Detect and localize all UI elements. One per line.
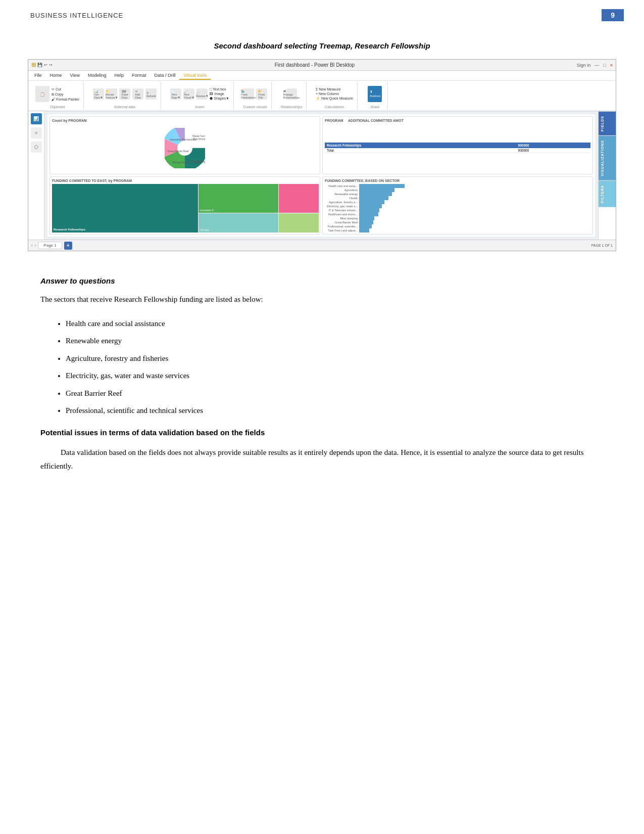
share-label: Share	[370, 105, 380, 109]
table-cell-total-label: Total	[325, 148, 516, 153]
table-chart-title: PROGRAM ADDITIONAL COMMITTED AMOT	[325, 119, 590, 122]
bar-row-7: IT & Telematic infrastr...	[325, 208, 590, 212]
signin-label: Sign in	[577, 63, 591, 68]
enter-data-icon[interactable]: ⌨EnterData	[119, 88, 130, 100]
treemap-label-research: Research Fellowships	[54, 228, 85, 231]
issues-heading: Potential issues in terms of data valida…	[40, 428, 604, 437]
get-data-icon[interactable]: 📊GetData▼	[93, 88, 104, 100]
image-button[interactable]: 🖼 Image	[210, 92, 229, 96]
treemap-cell-extra1	[279, 184, 319, 213]
bar-fill-3	[359, 192, 392, 196]
manage-relationships-icon[interactable]: ⇄ManageRelationships	[286, 88, 297, 100]
bar-label-2: Agriculture	[325, 189, 358, 192]
new-quick-measure-button[interactable]: ⚡ New Quick Measure	[316, 97, 353, 101]
add-page-button[interactable]: +	[64, 242, 72, 250]
minimize-icon[interactable]: —	[595, 63, 599, 68]
pbi-left-panel: 📊 ≡ ⬡	[28, 111, 44, 240]
bar-chart-bars: Health care and socia... Agriculture Ren…	[325, 184, 590, 233]
insert-icons: 📄NewPage▼ 📈NewVisual▼ ⬜Buttons▼ □ Text b…	[170, 83, 229, 105]
new-column-button[interactable]: + New Column	[316, 92, 353, 96]
shapes-button[interactable]: ⬟ Shapes▼	[210, 97, 229, 101]
bullet-list: Health care and social assistance Renewa…	[66, 316, 604, 418]
close-icon[interactable]: ×	[610, 63, 613, 68]
bar-row-2: Agriculture	[325, 188, 590, 192]
cut-button[interactable]: ✂ Cut	[52, 87, 79, 91]
publish-icon[interactable]: ⬆Publish	[368, 86, 382, 102]
right-tab-visualizations[interactable]: VISUALIZATIONS	[599, 135, 616, 180]
chart-table: PROGRAM ADDITIONAL COMMITTED AMOT Resear…	[322, 116, 593, 174]
calculations-label: Calculations	[325, 105, 344, 109]
bar-fill-6	[359, 204, 382, 208]
nav-next-icon[interactable]: ›	[35, 243, 36, 248]
pbi-canvas-area: 📊 ≡ ⬡ Count by PROGRAM	[28, 111, 616, 240]
ribbon-group-share: ⬆Publish Share	[363, 82, 388, 110]
bullet-item-2: Renewable energy	[66, 334, 604, 348]
svg-text:Young Barrier Reef: Young Barrier Reef	[167, 150, 189, 153]
bar-label-1: Health care and socia...	[325, 184, 358, 188]
bar-label-3: Renewable energy	[325, 193, 358, 196]
edit-queries-icon[interactable]: ✏EditData	[132, 88, 143, 100]
external-data-label: External data	[115, 105, 135, 109]
report-view-icon[interactable]: 📊	[31, 113, 42, 124]
tab-view[interactable]: View	[66, 72, 84, 80]
buttons-icon[interactable]: ⬜Buttons▼	[196, 88, 208, 100]
table-header-program: Research Fellowships	[325, 143, 516, 148]
from-file-icon[interactable]: 📂FromFile	[256, 88, 267, 100]
save-icon: 💾	[37, 63, 42, 67]
cut-copy-group: ✂ Cut ⧉ Copy 🖌 Format Painter	[52, 87, 79, 101]
measures-group: Σ New Measure + New Column ⚡ New Quick M…	[316, 87, 353, 101]
new-visual-icon[interactable]: 📈NewVisual▼	[183, 88, 194, 100]
page-header: BUSINESS INTELLIGENCE 9	[0, 0, 644, 26]
refresh-icon[interactable]: ↻Refresh	[145, 88, 157, 100]
right-tab-fields[interactable]: FIELDS	[599, 111, 616, 135]
content-area: Answer to questions The sectors that rec…	[0, 266, 644, 493]
bar-fill-9	[359, 216, 374, 220]
recent-sources-icon[interactable]: 📁RecentSources▼	[106, 88, 117, 100]
pie-chart-svg: Waste Surrender Phd Scholarships Innovat…	[165, 128, 205, 168]
format-painter-button[interactable]: 🖌 Format Painter	[52, 98, 79, 101]
paste-icon[interactable]: 📋	[35, 86, 49, 102]
tab-modeling[interactable]: Modeling	[84, 72, 111, 80]
titlebar-left-icons: ⊞ 💾 ↩ ↪	[31, 62, 53, 68]
tab-format[interactable]: Format	[128, 72, 151, 80]
bar-row-8: Healthcare and enviro...	[325, 212, 590, 216]
treemap-content: Research Fellowships Innovation P IYN De…	[52, 184, 318, 232]
dashboard-screenshot: ⊞ 💾 ↩ ↪ First dashboard - Power BI Deskt…	[28, 59, 616, 251]
tab-home[interactable]: Home	[46, 72, 66, 80]
tab-visual-tools[interactable]: Visual tools	[179, 72, 211, 80]
tab-data-drill[interactable]: Data / Drill	[150, 72, 179, 80]
new-page-icon[interactable]: 📄NewPage▼	[170, 88, 181, 100]
custom-visual-icons: 🏪FromMarketplace 📂FromFile	[243, 83, 267, 105]
tab-help[interactable]: Help	[110, 72, 128, 80]
nav-prev-icon[interactable]: ‹	[31, 243, 33, 248]
titlebar-right-controls: Sign in — □ ×	[577, 63, 613, 68]
treemap-title: FUNDING COMMITTED TO EAST, by PROGRAM	[52, 179, 318, 182]
page-title: BUSINESS INTELLIGENCE	[30, 12, 123, 19]
pbi-logo-icon: ⊞	[31, 62, 36, 68]
data-view-icon[interactable]: ≡	[31, 127, 42, 138]
bar-row-3: Renewable energy	[325, 192, 590, 196]
right-tab-filters[interactable]: FILTERS	[599, 180, 616, 207]
issues-text: Data validation based on the fields does…	[40, 446, 604, 473]
bar-fill-8	[359, 212, 378, 216]
custom-visuals-label: Custom visuals	[243, 105, 267, 109]
bar-fill-11	[359, 224, 372, 228]
marketplace-icon[interactable]: 🏪FromMarketplace	[243, 88, 254, 100]
text-box-button[interactable]: □ Text box	[210, 87, 229, 91]
ribbon-group-clipboard: 📋 ✂ Cut ⧉ Copy 🖌 Format Painter Clipboar…	[31, 82, 84, 110]
bar-row-4: Health	[325, 196, 590, 200]
bullet-item-4: Electricity, gas, water and waste servic…	[66, 368, 604, 383]
bar-fill-10	[359, 220, 373, 224]
treemap-label-innovation: Innovation P	[200, 209, 214, 212]
page-1-tab[interactable]: Page 1	[38, 242, 62, 249]
new-measure-button[interactable]: Σ New Measure	[316, 87, 353, 91]
maximize-icon[interactable]: □	[603, 63, 606, 68]
treemap-cell-extra2: IYN Dev	[199, 213, 278, 233]
copy-button[interactable]: ⧉ Copy	[52, 92, 79, 97]
model-view-icon[interactable]: ⬡	[31, 142, 42, 153]
pbi-canvas: Count by PROGRAM Waste Surrender	[44, 111, 598, 240]
tab-file[interactable]: File	[30, 72, 46, 80]
clipboard-icons: 📋 ✂ Cut ⧉ Copy 🖌 Format Painter	[35, 83, 79, 105]
ribbon-group-relationships: ⇄ManageRelationships Relationships	[277, 82, 307, 110]
treemap-cell-extra3	[279, 213, 319, 233]
